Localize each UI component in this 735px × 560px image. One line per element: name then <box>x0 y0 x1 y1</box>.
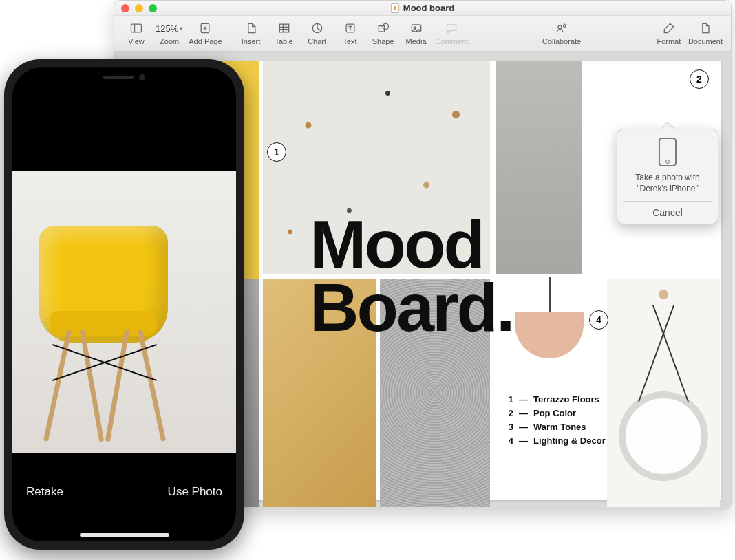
moodboard-title[interactable]: Mood Board. <box>310 213 513 339</box>
window-title: Mood board <box>114 3 731 13</box>
camera-preview[interactable] <box>12 171 236 453</box>
front-camera-icon <box>139 74 145 80</box>
camera-action-bar: Retake Use Photo <box>12 452 236 541</box>
popover-cancel-button[interactable]: Cancel <box>623 201 712 224</box>
sidebar-icon <box>129 21 143 35</box>
legend-row: 1—Terrazzo Floors <box>504 393 606 407</box>
document-icon <box>699 21 712 35</box>
mirror-disk <box>619 391 708 481</box>
callout-1: 1 <box>267 142 286 162</box>
retake-button[interactable]: Retake <box>26 485 63 499</box>
chair-photo-subject <box>33 226 178 439</box>
add-page-label: Add Page <box>189 37 222 45</box>
collaborate-button[interactable]: Collaborate <box>540 21 584 45</box>
speaker-icon <box>103 76 134 79</box>
zoom-value: 125% <box>156 23 178 34</box>
media-button[interactable]: Media <box>400 21 433 45</box>
zoom-button[interactable]: 125% ▾ Zoom <box>153 21 186 45</box>
media-label: Media <box>406 37 427 45</box>
insert-label: Insert <box>242 37 261 45</box>
document-label: Document <box>688 37 723 45</box>
window-titlebar: Mood board <box>114 1 731 16</box>
window-title-text: Mood board <box>403 3 454 13</box>
table-icon <box>277 21 291 35</box>
chart-label: Chart <box>308 37 326 45</box>
text-icon <box>343 21 357 35</box>
toolbar: View 125% ▾ Zoom Add Page Insert Table C… <box>114 16 731 52</box>
window-controls <box>121 4 157 12</box>
phone-outline-icon <box>659 138 677 166</box>
image-round-mirror[interactable] <box>607 279 720 507</box>
view-label: View <box>128 37 145 45</box>
chart-icon <box>310 21 324 35</box>
iphone-notch <box>70 67 180 87</box>
lamp-shade <box>515 312 584 358</box>
title-line-2: Board. <box>310 269 513 345</box>
chevron-down-icon: ▾ <box>180 25 183 32</box>
shape-button[interactable]: Shape <box>367 21 400 45</box>
use-photo-button[interactable]: Use Photo <box>168 485 222 499</box>
minimize-window-button[interactable] <box>135 4 143 12</box>
add-page-icon <box>198 21 212 35</box>
document-button[interactable]: Document <box>685 21 725 45</box>
collaborate-label: Collaborate <box>542 37 581 45</box>
shape-icon <box>376 21 390 35</box>
view-button[interactable]: View <box>120 21 153 45</box>
chair-legs <box>43 329 167 439</box>
svg-rect-0 <box>131 24 142 32</box>
callout-4: 4 <box>589 310 608 330</box>
iphone-device: Retake Use Photo <box>4 59 244 550</box>
legend-row: 2—Pop Color <box>504 407 606 420</box>
popover-message: Take a photo with "Derek's iPhone" <box>623 172 712 194</box>
continuity-camera-popover: Take a photo with "Derek's iPhone" Cance… <box>617 129 718 224</box>
home-indicator[interactable] <box>80 533 169 537</box>
collaborate-icon <box>555 21 568 35</box>
svg-rect-5 <box>279 24 288 32</box>
zoom-label: Zoom <box>160 37 179 45</box>
callout-2: 2 <box>690 69 709 89</box>
add-page-button[interactable]: Add Page <box>186 21 224 45</box>
chart-button[interactable]: Chart <box>301 21 334 45</box>
mirror-peg <box>659 290 668 299</box>
shape-label: Shape <box>372 37 394 45</box>
svg-point-19 <box>564 25 566 27</box>
table-button[interactable]: Table <box>268 21 301 45</box>
insert-icon <box>244 21 258 35</box>
legend-row: 4—Lighting & Decor <box>504 434 606 448</box>
comment-label: Comment <box>436 37 469 45</box>
document-icon <box>391 3 399 13</box>
close-window-button[interactable] <box>121 4 129 12</box>
moodboard-legend[interactable]: 1—Terrazzo Floors 2—Pop Color 3—Warm Ton… <box>504 393 606 449</box>
zoom-window-button[interactable] <box>149 4 157 12</box>
text-button[interactable]: Text <box>334 21 367 45</box>
table-label: Table <box>275 37 292 45</box>
comment-icon <box>445 21 458 35</box>
format-button[interactable]: Format <box>652 21 685 45</box>
format-label: Format <box>657 37 681 45</box>
svg-point-18 <box>558 25 562 29</box>
comment-button: Comment <box>433 21 471 45</box>
format-icon <box>662 21 676 35</box>
media-icon <box>409 21 423 35</box>
chair-seat <box>39 226 168 343</box>
legend-row: 3—Warm Tones <box>504 420 606 434</box>
svg-point-15 <box>383 23 388 29</box>
insert-button[interactable]: Insert <box>235 21 268 45</box>
text-label: Text <box>343 37 356 45</box>
iphone-screen: Retake Use Photo <box>12 67 236 541</box>
